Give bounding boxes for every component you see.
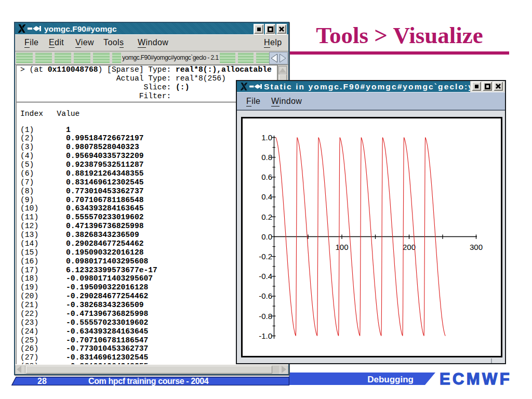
svg-text:0.8: 0.8 [261,153,272,162]
svg-text:-0.8: -0.8 [259,312,272,321]
svg-text:0.2: 0.2 [261,212,272,221]
svg-text:0.0: 0.0 [261,232,272,241]
svg-text:1.0: 1.0 [261,133,272,142]
svg-text:-1.0: -1.0 [259,331,272,340]
svg-text:200: 200 [403,243,416,251]
svg-text:100: 100 [335,243,348,251]
svg-text:-0.2: -0.2 [259,252,272,261]
svg-text:-0.6: -0.6 [259,291,272,300]
svg-text:0.4: 0.4 [261,192,272,201]
svg-text:0.6: 0.6 [261,172,272,181]
svg-text:300: 300 [470,243,483,251]
svg-text:-0.4: -0.4 [259,272,272,281]
